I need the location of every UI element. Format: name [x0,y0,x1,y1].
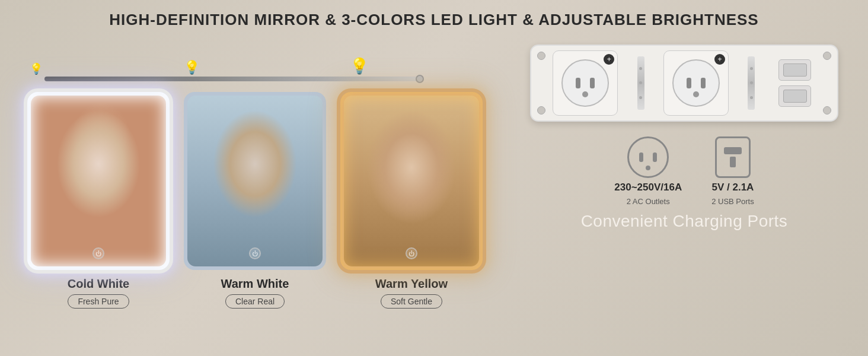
right-section: + + [512,44,856,231]
page-wrapper: HIGH-DEFINITION MIRROR & 3-COLORS LED LI… [0,0,868,356]
outlet-1-pin-right [590,78,595,88]
spec-outlet-icon [627,136,669,178]
brightness-bar-container: 💡 💡 💡 [12,44,498,86]
mirror-frame-cold-white: ⏻ [27,92,170,270]
outlet-1-plus: + [604,54,614,65]
spec-item-usb: 5V / 2.1A 2 USB Ports [711,136,754,206]
mirror-card-cold-white: ⏻ Cold White Fresh Pure [24,92,173,309]
photo-warm-yellow [344,96,479,266]
divider-1 [637,56,644,110]
screw-br [823,106,831,115]
power-strip: + + [530,44,838,122]
usb-port-1 [778,59,811,81]
spec-ac-voltage: 230~250V/16A [614,182,682,193]
divider-dot-3 [639,96,642,99]
mirror-power-btn-cold[interactable]: ⏻ [92,247,104,259]
mirror-label-warm-white: Warm White [221,277,289,291]
spec-usb-label: 2 USB Ports [711,197,754,206]
divider-dot-4 [750,67,753,70]
page-title: HIGH-DEFINITION MIRROR & 3-COLORS LED LI… [0,0,868,29]
left-section: 💡 💡 💡 ⏻ Cold White Fresh Pure [12,44,498,309]
spec-ac-label: 2 AC Outlets [627,197,670,206]
spec-outlet-pins [639,152,657,162]
bulb-icon-mid: 💡 [184,60,200,75]
spec-usb-voltage: 5V / 2.1A [712,182,754,193]
mirror-inner-cold [31,96,166,266]
mirror-power-btn-warm-white[interactable]: ⏻ [249,247,261,259]
screw-bl [537,106,545,115]
charging-title: Convenient Charging Ports [581,212,788,231]
divider-dot-6 [750,96,753,99]
mirror-inner-warm-white [187,96,323,266]
outlet-1-pin-left [576,78,580,88]
spec-outlet-pin-l [639,152,643,162]
outlet-2-pin-left [687,78,691,88]
mirror-badge-cold-white: Fresh Pure [68,294,129,309]
mirror-badge-warm-white: Clear Real [225,294,285,309]
mirror-frame-warm-white: ⏻ [184,92,326,270]
spec-usb-icon [715,136,751,178]
brightness-track[interactable] [44,77,424,81]
spec-item-ac: 230~250V/16A 2 AC Outlets [614,136,682,206]
outlet-2-dot [693,91,699,97]
usb-block [774,50,816,116]
mirror-card-warm-white: ⏻ Warm White Clear Real [180,92,330,309]
usb-port-2-inner [783,90,807,103]
photo-warm-white [187,96,323,266]
spec-row: 230~250V/16A 2 AC Outlets 5V / 2.1A 2 US… [614,136,754,206]
mirror-power-btn-warm-yellow[interactable]: ⏻ [406,247,417,259]
outlet-1-circle [561,59,609,107]
mirror-frame-warm-yellow: ⏻ [340,92,483,270]
photo-cold-white [31,96,166,266]
brightness-thumb[interactable] [416,75,424,83]
divider-dot-2 [639,81,642,84]
mirror-card-warm-yellow: ⏻ Warm Yellow Soft Gentle [337,92,486,309]
mirror-badge-warm-yellow: Soft Gentle [381,294,442,309]
usb-port-2 [778,85,811,107]
mirror-inner-warm-yellow [344,96,479,266]
spec-usb-top [724,147,742,154]
spec-outlet-pin-r [653,152,657,162]
divider-dot-5 [750,81,753,84]
ac-outlet-2: + [663,50,729,116]
outlet-2-plus: + [714,54,725,65]
bulb-icon-high: 💡 [350,57,369,75]
outlet-2-circle [672,59,720,107]
outlet-1-dot [582,91,588,97]
outlet-2-pin-right [701,78,706,88]
divider-2 [748,56,755,110]
ac-outlet-1: + [553,50,618,116]
screw-tl [537,52,545,60]
spec-usb-stem [730,157,736,167]
usb-port-1-inner [783,63,807,77]
mirror-label-cold-white: Cold White [68,277,129,291]
divider-dot-1 [639,67,642,70]
spec-outlet-dot [646,166,650,170]
screw-tr [823,52,831,60]
mirrors-row: ⏻ Cold White Fresh Pure ⏻ Warm White Cle… [12,92,498,309]
bulb-icon-low: 💡 [30,62,43,75]
mirror-label-warm-yellow: Warm Yellow [375,277,448,291]
